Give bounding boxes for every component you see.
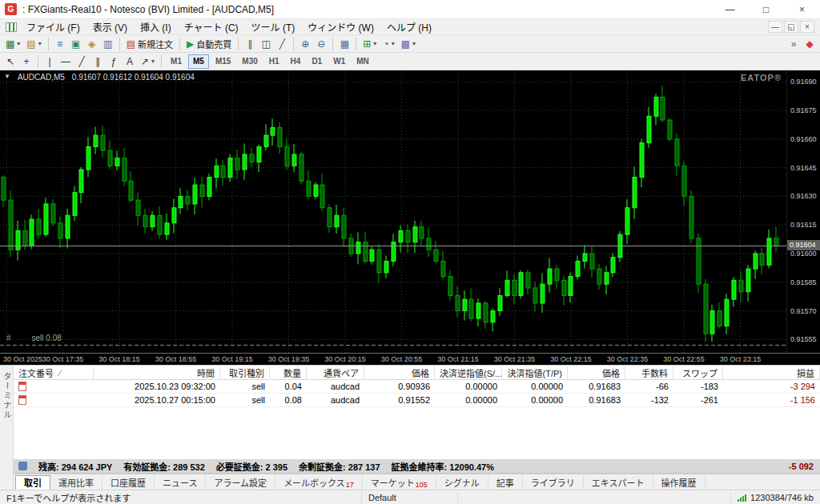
toolbar-separator: [293, 38, 294, 50]
column-header-8[interactable]: 価格: [568, 366, 625, 379]
tab-alerts[interactable]: アラーム設定: [206, 475, 275, 490]
menu-window[interactable]: ウィンドウ (W): [301, 18, 380, 35]
menu-tools[interactable]: ツール (T): [245, 18, 302, 35]
equity-value: 有効証拠金: 289 532: [123, 460, 204, 473]
column-header-9[interactable]: 手数料: [625, 366, 673, 379]
crosshair-button[interactable]: +: [18, 54, 34, 70]
maximize-icon[interactable]: □: [748, 0, 784, 18]
tab-signals[interactable]: シグナル: [436, 475, 488, 490]
child-minimize-icon[interactable]: —: [768, 21, 782, 33]
vertical-line-button[interactable]: |: [42, 54, 58, 70]
timeframe-m1-button[interactable]: M1: [166, 54, 187, 69]
column-header-1[interactable]: 時間: [94, 366, 220, 379]
toolbar-overflow-button[interactable]: »: [786, 36, 802, 52]
price-axis[interactable]: 0.916900.916750.916600.916450.916300.916…: [786, 70, 820, 353]
terminal-side-tab[interactable]: ターミナル: [0, 366, 14, 490]
connection-bars-icon: [738, 494, 746, 502]
cursor-button[interactable]: ↖: [2, 54, 18, 70]
timeframe-mn-button[interactable]: MN: [352, 54, 374, 69]
column-header-10[interactable]: スワップ: [673, 366, 723, 379]
price-axis-label: 0.91615: [790, 221, 817, 229]
connection-status[interactable]: 1230384/746 kb: [730, 493, 820, 502]
time-axis[interactable]: 30 Oct 202530 Oct 17:3530 Oct 18:1530 Oc…: [0, 353, 820, 365]
bar-chart-button[interactable]: ∥: [242, 36, 258, 52]
timeframe-h1-button[interactable]: H1: [264, 54, 284, 69]
data-window-button[interactable]: ▣: [68, 36, 84, 52]
horizontal-line-button[interactable]: —: [58, 54, 74, 70]
tab-exposure[interactable]: 運用比率: [50, 475, 102, 490]
menu-help[interactable]: ヘルプ (H): [380, 18, 438, 35]
periods-button[interactable]: ◔▾: [380, 36, 397, 52]
child-close-icon[interactable]: ×: [800, 21, 814, 33]
price-axis-label: 0.91690: [790, 78, 817, 86]
fibonacci-button[interactable]: ƒ: [106, 54, 122, 70]
profiles-button[interactable]: ▤▾: [23, 36, 44, 52]
zoom-out-button[interactable]: ⊖: [313, 36, 329, 52]
tab-market[interactable]: マーケット105: [363, 475, 436, 490]
close-icon[interactable]: ×: [784, 0, 820, 18]
templates-button[interactable]: ▩▾: [398, 36, 419, 52]
order-row[interactable]: 2025.10.23 09:32:00sell0.04audcad0.90936…: [14, 380, 820, 394]
open-position-label[interactable]: # sell 0.08: [6, 334, 62, 342]
trendline-button[interactable]: ╱: [74, 54, 90, 70]
auto-trading-button[interactable]: ▶自動売買: [183, 36, 235, 52]
terminal-panel-button[interactable]: ▥: [100, 36, 116, 52]
timeframe-m30-button[interactable]: M30: [237, 54, 262, 69]
tab-mailbox[interactable]: メールボックス17: [275, 475, 363, 490]
tab-account-history[interactable]: 口座履歴: [102, 475, 155, 490]
tab-library[interactable]: ライブラリ: [523, 475, 584, 490]
profile-selector[interactable]: Default: [362, 493, 458, 502]
candlestick-chart-button[interactable]: ◫: [258, 36, 274, 52]
menu-insert[interactable]: 挿入 (I): [134, 18, 178, 35]
tab-journal[interactable]: 操作履歴: [653, 475, 705, 490]
text-button[interactable]: A: [122, 54, 138, 70]
market-watch-button[interactable]: ≡: [52, 36, 68, 52]
tab-trade[interactable]: 取引: [15, 475, 50, 490]
tab-news[interactable]: ニュース: [155, 475, 206, 490]
timeframe-w1-button[interactable]: W1: [328, 54, 350, 69]
terminal-main: 注文番号∕時間取引種別数量通貨ペア価格決済逆指値(S/...決済指値(T/P)価…: [14, 366, 820, 490]
line-chart-button[interactable]: ╱: [274, 36, 290, 52]
minimize-icon[interactable]: —: [712, 0, 748, 18]
navigator-button[interactable]: ◈: [84, 36, 100, 52]
toolbar-standard-groups: ▦▾▤▾≡▣◈▥▤新規注文▶自動売買∥◫╱⊕⊖▦⊞▾◔▾▩▾: [2, 36, 419, 52]
menu-file[interactable]: ファイル (F): [20, 18, 86, 35]
column-header-7[interactable]: 決済指値(T/P): [502, 366, 568, 379]
community-button[interactable]: ◆: [802, 36, 818, 52]
column-header-3[interactable]: 数量: [270, 366, 307, 379]
timeframe-h4-button[interactable]: H4: [286, 54, 306, 69]
chart-plot[interactable]: [0, 70, 786, 353]
zoom-in-button[interactable]: ⊕: [297, 36, 313, 52]
arrows-button[interactable]: ↗▾: [138, 54, 158, 70]
column-header-2[interactable]: 取引種別: [220, 366, 270, 379]
bar-chart-icon: ∥: [247, 39, 252, 49]
column-header-5[interactable]: 価格: [364, 366, 435, 379]
column-header-4[interactable]: 通貨ペア: [307, 366, 364, 379]
menu-view[interactable]: 表示 (V): [86, 18, 134, 35]
child-restore-icon[interactable]: ◱: [784, 21, 798, 33]
tab-experts[interactable]: エキスパート: [584, 475, 653, 490]
tile-windows-button[interactable]: ▦: [336, 36, 352, 52]
chart-window-icon[interactable]: [6, 22, 17, 32]
terminal-dock: ターミナル 注文番号∕時間取引種別数量通貨ペア価格決済逆指値(S/...決済指値…: [0, 365, 820, 490]
toolbar-overflow-icon: »: [791, 39, 797, 49]
indicators-button[interactable]: ⊞▾: [360, 36, 380, 52]
menu-charts[interactable]: チャート (C): [178, 18, 245, 35]
order-row[interactable]: 2025.10.27 00:15:00sell0.08audcad0.91552…: [14, 394, 820, 407]
timeframe-d1-button[interactable]: D1: [307, 54, 327, 69]
new-order-button[interactable]: ▤新規注文: [123, 36, 176, 52]
dropdown-caret-icon: ▾: [392, 40, 395, 47]
timeframe-m15-button[interactable]: M15: [211, 54, 235, 69]
horizontal-line-icon: —: [61, 57, 70, 66]
channel-button[interactable]: ∥: [90, 54, 106, 70]
new-chart-button[interactable]: ▦▾: [2, 36, 23, 52]
chart-collapse-icon[interactable]: ▼: [4, 73, 10, 82]
column-header-0[interactable]: 注文番号∕: [14, 366, 94, 379]
tab-articles[interactable]: 記事: [488, 475, 523, 490]
title-bar[interactable]: G : FXGiants-Real10 - Notesco (BVI) Limi…: [0, 0, 820, 19]
column-header-11[interactable]: 損益: [723, 366, 820, 379]
column-header-6[interactable]: 決済逆指値(S/...: [435, 366, 502, 379]
new-chart-icon: ▦: [6, 39, 14, 49]
cursor-icon: ↖: [6, 57, 14, 66]
timeframe-m5-button[interactable]: M5: [188, 54, 209, 69]
